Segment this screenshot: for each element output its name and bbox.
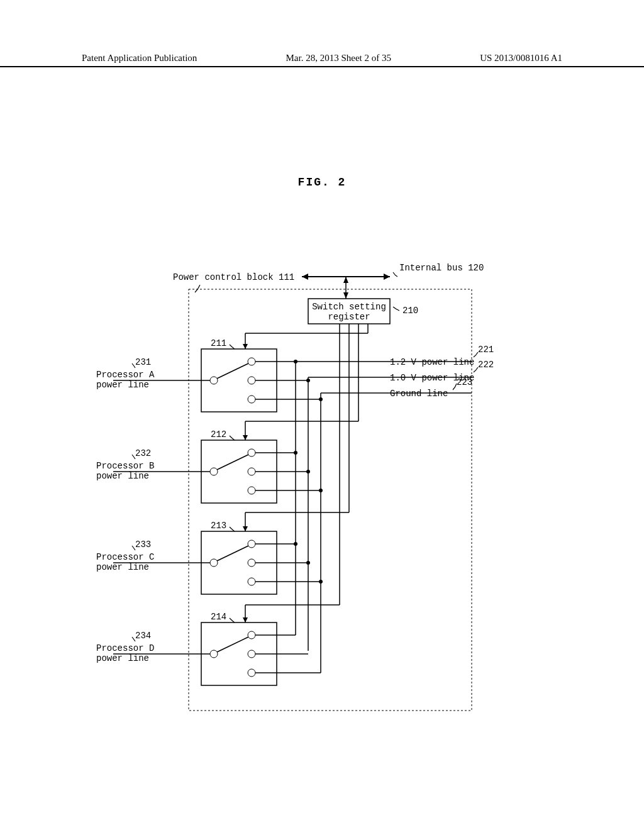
left-label-1: 231 Processor A power line <box>96 357 155 390</box>
figure: FIG. 2 Power control block 111 Internal … <box>0 176 644 729</box>
svg-point-34 <box>210 377 218 384</box>
switch-4-ref: 214 <box>211 612 226 622</box>
svg-point-59 <box>248 578 255 585</box>
svg-marker-6 <box>343 292 348 299</box>
svg-point-60 <box>210 559 218 567</box>
svg-point-39 <box>306 379 310 382</box>
ref-221: 221 <box>478 345 494 355</box>
svg-point-46 <box>248 487 255 494</box>
svg-point-73 <box>210 650 218 658</box>
left-label-4: 234 Processor D power line <box>96 631 154 663</box>
svg-point-37 <box>294 360 297 363</box>
header-center: Mar. 28, 2013 Sheet 2 of 35 <box>286 53 391 64</box>
block-label: Power control block 111 <box>173 272 294 282</box>
switch-3-ref: 213 <box>211 521 226 531</box>
ref-233: 233 <box>135 540 151 550</box>
svg-point-50 <box>294 451 297 455</box>
register-label-line1: Switch setting <box>312 302 386 312</box>
proc-b: Processor B <box>96 461 154 471</box>
svg-point-44 <box>248 449 255 456</box>
svg-point-54 <box>319 489 323 492</box>
svg-marker-17 <box>243 435 248 440</box>
svg-marker-5 <box>343 277 348 283</box>
proc-c: Processor C <box>96 552 154 562</box>
svg-marker-3 <box>384 274 390 280</box>
proc-a: Processor A <box>96 370 155 380</box>
ref-232: 232 <box>135 448 151 458</box>
svg-point-31 <box>248 358 255 365</box>
left-label-3: 233 Processor C power line <box>96 540 154 572</box>
svg-point-45 <box>248 468 255 475</box>
svg-point-65 <box>306 561 310 565</box>
label-223: Ground line <box>390 389 448 399</box>
proc-d: Processor D <box>96 643 154 653</box>
proc-c-sub: power line <box>96 562 149 572</box>
svg-point-58 <box>248 559 255 567</box>
svg-marker-2 <box>302 274 308 280</box>
proc-a-sub: power line <box>96 380 149 390</box>
svg-point-57 <box>248 540 255 548</box>
register-label-line2: register <box>328 312 370 322</box>
bus-label: Internal bus 120 <box>399 263 484 273</box>
ref-222: 222 <box>478 360 494 370</box>
svg-point-63 <box>294 542 297 546</box>
svg-point-32 <box>248 377 255 384</box>
svg-marker-23 <box>243 617 248 622</box>
proc-b-sub: power line <box>96 471 149 481</box>
page-header: Patent Application Publication Mar. 28, … <box>0 53 644 67</box>
svg-point-72 <box>248 669 255 677</box>
header-left: Patent Application Publication <box>82 53 197 64</box>
svg-point-41 <box>319 397 323 401</box>
figure-title: FIG. 2 <box>0 176 644 189</box>
register-ref: 210 <box>402 306 418 316</box>
svg-point-47 <box>210 468 218 475</box>
svg-marker-20 <box>243 526 248 531</box>
ref-223: 223 <box>457 377 472 387</box>
ref-231: 231 <box>135 357 151 367</box>
switch-1-ref: 211 <box>211 338 226 348</box>
svg-marker-14 <box>243 344 248 349</box>
switch-2-ref: 212 <box>211 429 226 440</box>
ref-234: 234 <box>135 631 151 641</box>
svg-point-70 <box>248 631 255 639</box>
left-label-2: 232 Processor B power line <box>96 448 154 481</box>
diagram: Power control block 111 Internal bus 120… <box>0 226 644 729</box>
svg-point-52 <box>306 470 310 473</box>
header-right: US 2013/0081016 A1 <box>480 53 562 64</box>
proc-d-sub: power line <box>96 653 149 663</box>
svg-point-33 <box>248 396 255 403</box>
svg-point-71 <box>248 650 255 658</box>
label-221: 1.2 V power line <box>390 357 474 367</box>
